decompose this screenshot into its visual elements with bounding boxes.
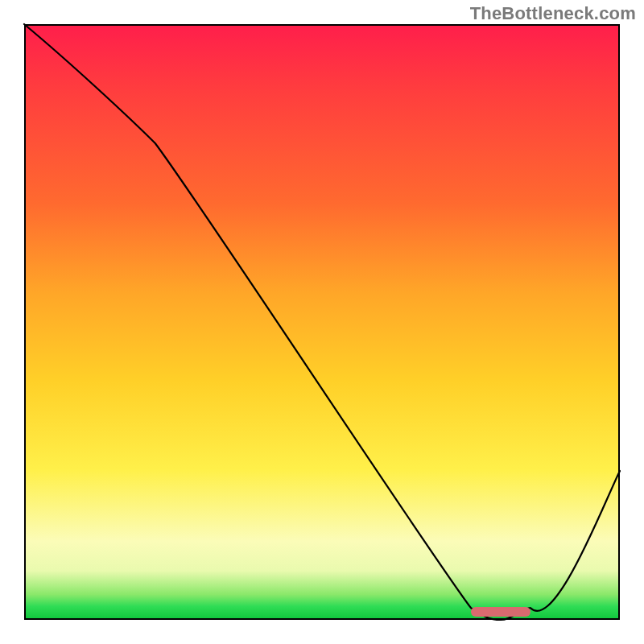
chart-container: TheBottleneck.com [0, 0, 644, 644]
curve-layer [24, 24, 620, 620]
watermark-text: TheBottleneck.com [470, 3, 636, 24]
bottleneck-curve [24, 24, 620, 620]
optimum-marker [471, 607, 530, 617]
